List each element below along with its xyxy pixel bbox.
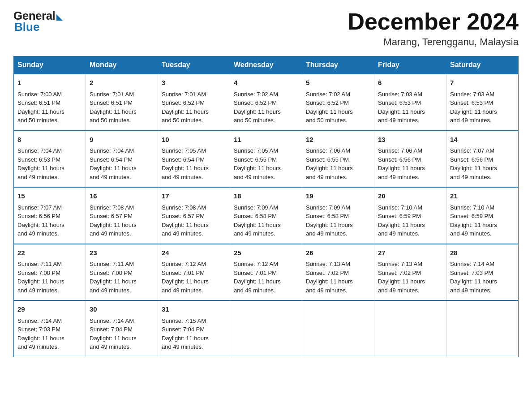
calendar-week-row: 22Sunrise: 7:11 AMSunset: 7:00 PMDayligh… (14, 244, 519, 301)
day-info: Sunrise: 7:09 AMSunset: 6:58 PMDaylight:… (306, 203, 370, 238)
calendar-day-cell: 19Sunrise: 7:09 AMSunset: 6:58 PMDayligh… (302, 187, 374, 244)
day-info: Sunrise: 7:04 AMSunset: 6:53 PMDaylight:… (17, 146, 82, 181)
page-header: General Blue December 2024 Marang, Teren… (13, 9, 519, 48)
day-info: Sunrise: 7:02 AMSunset: 6:52 PMDaylight:… (234, 90, 298, 125)
day-number: 31 (162, 304, 226, 315)
calendar-body: 1Sunrise: 7:00 AMSunset: 6:51 PMDaylight… (14, 74, 519, 357)
day-info: Sunrise: 7:01 AMSunset: 6:52 PMDaylight:… (162, 90, 226, 125)
day-info: Sunrise: 7:04 AMSunset: 6:54 PMDaylight:… (90, 146, 154, 181)
day-info: Sunrise: 7:03 AMSunset: 6:53 PMDaylight:… (450, 90, 515, 125)
day-number: 18 (234, 191, 298, 201)
day-number: 23 (90, 248, 154, 258)
calendar-day-cell: 20Sunrise: 7:10 AMSunset: 6:59 PMDayligh… (374, 187, 446, 244)
day-number: 12 (306, 135, 370, 145)
day-number: 17 (162, 191, 226, 201)
calendar-day-cell: 8Sunrise: 7:04 AMSunset: 6:53 PMDaylight… (14, 131, 86, 188)
calendar-week-row: 8Sunrise: 7:04 AMSunset: 6:53 PMDaylight… (14, 131, 519, 188)
calendar-day-cell: 4Sunrise: 7:02 AMSunset: 6:52 PMDaylight… (230, 74, 302, 131)
day-info: Sunrise: 7:06 AMSunset: 6:56 PMDaylight:… (378, 146, 442, 181)
day-number: 9 (90, 135, 154, 145)
title-section: December 2024 Marang, Terengganu, Malays… (348, 9, 519, 48)
day-header-row: Sunday Monday Tuesday Wednesday Thursday… (14, 56, 519, 74)
header-monday: Monday (86, 56, 158, 74)
day-number: 26 (306, 248, 370, 258)
day-number: 4 (234, 78, 298, 88)
header-thursday: Thursday (302, 56, 374, 74)
calendar-day-cell: 26Sunrise: 7:13 AMSunset: 7:02 PMDayligh… (302, 244, 374, 301)
day-info: Sunrise: 7:07 AMSunset: 6:56 PMDaylight:… (17, 203, 82, 238)
calendar-day-cell: 16Sunrise: 7:08 AMSunset: 6:57 PMDayligh… (86, 187, 158, 244)
calendar-day-cell: 21Sunrise: 7:10 AMSunset: 6:59 PMDayligh… (446, 187, 519, 244)
calendar-day-cell: 15Sunrise: 7:07 AMSunset: 6:56 PMDayligh… (14, 187, 86, 244)
day-number: 11 (234, 135, 298, 145)
day-info: Sunrise: 7:14 AMSunset: 7:03 PMDaylight:… (450, 260, 515, 295)
day-info: Sunrise: 7:11 AMSunset: 7:00 PMDaylight:… (17, 260, 82, 295)
day-info: Sunrise: 7:15 AMSunset: 7:04 PMDaylight:… (162, 317, 226, 351)
calendar-day-cell: 12Sunrise: 7:06 AMSunset: 6:55 PMDayligh… (302, 131, 374, 188)
calendar-day-cell: 3Sunrise: 7:01 AMSunset: 6:52 PMDaylight… (158, 74, 230, 131)
calendar-day-cell: 14Sunrise: 7:07 AMSunset: 6:56 PMDayligh… (446, 131, 519, 188)
calendar-day-cell (230, 300, 302, 357)
calendar-day-cell: 18Sunrise: 7:09 AMSunset: 6:58 PMDayligh… (230, 187, 302, 244)
day-info: Sunrise: 7:10 AMSunset: 6:59 PMDaylight:… (450, 203, 515, 238)
header-wednesday: Wednesday (230, 56, 302, 74)
day-info: Sunrise: 7:11 AMSunset: 7:00 PMDaylight:… (90, 260, 154, 295)
day-info: Sunrise: 7:08 AMSunset: 6:57 PMDaylight:… (162, 203, 226, 238)
day-number: 1 (17, 78, 82, 88)
day-number: 19 (306, 191, 370, 201)
day-number: 25 (234, 248, 298, 258)
location-text: Marang, Terengganu, Malaysia (348, 36, 519, 48)
calendar-week-row: 15Sunrise: 7:07 AMSunset: 6:56 PMDayligh… (14, 187, 519, 244)
day-info: Sunrise: 7:10 AMSunset: 6:59 PMDaylight:… (378, 203, 442, 238)
day-info: Sunrise: 7:12 AMSunset: 7:01 PMDaylight:… (162, 260, 226, 295)
day-info: Sunrise: 7:12 AMSunset: 7:01 PMDaylight:… (234, 260, 298, 295)
day-info: Sunrise: 7:06 AMSunset: 6:55 PMDaylight:… (306, 146, 370, 181)
calendar-week-row: 29Sunrise: 7:14 AMSunset: 7:03 PMDayligh… (14, 300, 519, 357)
day-number: 20 (378, 191, 442, 201)
day-number: 13 (378, 135, 442, 145)
day-number: 21 (450, 191, 515, 201)
day-number: 7 (450, 78, 515, 88)
calendar-day-cell: 22Sunrise: 7:11 AMSunset: 7:00 PMDayligh… (14, 244, 86, 301)
calendar-day-cell: 28Sunrise: 7:14 AMSunset: 7:03 PMDayligh… (446, 244, 519, 301)
calendar-day-cell: 9Sunrise: 7:04 AMSunset: 6:54 PMDaylight… (86, 131, 158, 188)
day-info: Sunrise: 7:07 AMSunset: 6:56 PMDaylight:… (450, 146, 515, 181)
day-info: Sunrise: 7:13 AMSunset: 7:02 PMDaylight:… (306, 260, 370, 295)
header-sunday: Sunday (14, 56, 86, 74)
day-number: 28 (450, 248, 515, 258)
calendar-day-cell: 1Sunrise: 7:00 AMSunset: 6:51 PMDaylight… (14, 74, 86, 131)
day-number: 22 (17, 248, 82, 258)
day-number: 3 (162, 78, 226, 88)
calendar-day-cell: 7Sunrise: 7:03 AMSunset: 6:53 PMDaylight… (446, 74, 519, 131)
calendar-day-cell: 2Sunrise: 7:01 AMSunset: 6:51 PMDaylight… (86, 74, 158, 131)
calendar-day-cell: 31Sunrise: 7:15 AMSunset: 7:04 PMDayligh… (158, 300, 230, 357)
day-number: 2 (90, 78, 154, 88)
day-info: Sunrise: 7:08 AMSunset: 6:57 PMDaylight:… (90, 203, 154, 238)
calendar-day-cell: 10Sunrise: 7:05 AMSunset: 6:54 PMDayligh… (158, 131, 230, 188)
day-info: Sunrise: 7:09 AMSunset: 6:58 PMDaylight:… (234, 203, 298, 238)
day-info: Sunrise: 7:00 AMSunset: 6:51 PMDaylight:… (17, 90, 82, 125)
day-info: Sunrise: 7:05 AMSunset: 6:54 PMDaylight:… (162, 146, 226, 181)
logo-blue-text: Blue (14, 20, 39, 34)
day-number: 24 (162, 248, 226, 258)
day-number: 6 (378, 78, 442, 88)
calendar-day-cell: 5Sunrise: 7:02 AMSunset: 6:52 PMDaylight… (302, 74, 374, 131)
day-info: Sunrise: 7:14 AMSunset: 7:03 PMDaylight:… (17, 317, 82, 351)
calendar-day-cell: 11Sunrise: 7:05 AMSunset: 6:55 PMDayligh… (230, 131, 302, 188)
calendar-day-cell: 30Sunrise: 7:14 AMSunset: 7:04 PMDayligh… (86, 300, 158, 357)
logo: General Blue (13, 9, 63, 34)
day-number: 29 (17, 304, 82, 315)
day-number: 16 (90, 191, 154, 201)
calendar-day-cell (374, 300, 446, 357)
day-number: 5 (306, 78, 370, 88)
month-title: December 2024 (348, 9, 519, 34)
day-number: 30 (90, 304, 154, 315)
header-tuesday: Tuesday (158, 56, 230, 74)
calendar-day-cell (302, 300, 374, 357)
calendar-day-cell: 27Sunrise: 7:13 AMSunset: 7:02 PMDayligh… (374, 244, 446, 301)
calendar-day-cell: 13Sunrise: 7:06 AMSunset: 6:56 PMDayligh… (374, 131, 446, 188)
day-info: Sunrise: 7:03 AMSunset: 6:53 PMDaylight:… (378, 90, 442, 125)
header-saturday: Saturday (446, 56, 519, 74)
day-number: 10 (162, 135, 226, 145)
day-number: 15 (17, 191, 82, 201)
